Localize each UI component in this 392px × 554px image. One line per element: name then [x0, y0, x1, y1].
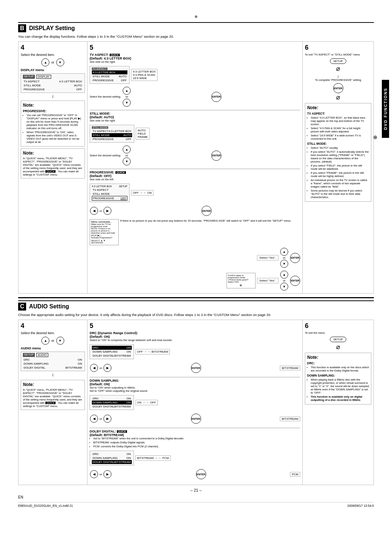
audio-col-right: 6 To exit the menu SETUP ⌀ Note: DRC: Th…: [303, 320, 373, 485]
page-number: – 21 –: [18, 488, 374, 492]
audio-setup-area: SETUP ⌀: [305, 336, 371, 351]
down-right[interactable]: ▶: [103, 415, 111, 423]
menu-h2: DISPLAY: [36, 75, 51, 79]
tv-row1: STILL MODEAUTO: [92, 74, 127, 78]
down-row2: DOLBY DIGITALBITSTREAM: [92, 405, 132, 409]
tv-opt2: 16:9 WIDE: [133, 77, 156, 80]
down-note-item2: This function is available only on digit…: [311, 395, 369, 402]
still-up[interactable]: ▲: [123, 145, 131, 153]
quick-badge-c: QUICK: [45, 402, 56, 404]
note-still-subtitle: STILL MODE:: [307, 142, 369, 145]
down-arrow[interactable]: ▼: [56, 58, 64, 66]
progressive-section: PROGRESSIVE: QUICK (Default: OFF) See no…: [90, 171, 300, 217]
drc-left[interactable]: ◀: [90, 364, 98, 372]
prog-row2: PROGRESSIVEOFF: [92, 196, 127, 201]
audio-step4-label: 4: [21, 322, 85, 330]
up-arrow[interactable]: ▲: [41, 58, 49, 66]
no-picture-text: If there is no picture or you do not pre…: [120, 219, 291, 245]
yes2-enter[interactable]: ENTER: [290, 276, 300, 286]
audio-menu: SETUP AUDIO DRCON DOWN SAMPLINGON DOLBY …: [21, 352, 85, 371]
enter-icon: ⌀: [305, 93, 371, 101]
step5-label: 5: [90, 44, 300, 52]
note-quick-c-title: Note:: [23, 382, 83, 387]
drc-menu: DRCON DOWN SAMPLINGON DOLBY DIGITALBITST…: [90, 344, 134, 359]
dolby-note2: BITSTREAM: outputs Dolby Digital signals…: [93, 441, 300, 444]
down-menu: DRCON DOWN SAMPLINGON DOLBY DIGITALBITST…: [90, 395, 134, 410]
audio-setup-icon: ⌀: [305, 343, 371, 351]
menu-row-0: TV ASPECT4:3 LETTER BOX: [23, 79, 83, 83]
display-menu-label: DISPLAY menu: [21, 68, 85, 72]
audio-setup-btn[interactable]: SETUP: [330, 337, 346, 342]
down-flow: DRCON DOWN SAMPLINGON DOLBY DIGITALBITST…: [90, 394, 300, 411]
audio-col-left: 4 Select the desired item. ▲ or ▼ AUDIO …: [19, 320, 87, 485]
down-flow-arrow: ↕: [21, 94, 85, 99]
drc-controls: ◀ or ▶ ENTER BITSTREAM: [90, 362, 300, 374]
tv-aspect-screen: TV ASPECT 4:3 LETTER BOX STILL MODEAUTO …: [90, 65, 130, 85]
drc-section: DRC (Dynamic Range Control): (Default: O…: [90, 331, 300, 374]
section-c-divider: [18, 297, 374, 298]
still-note-4: If you select "FRAME", the picture in th…: [311, 171, 369, 178]
note-quick-b-title: Note:: [23, 151, 83, 156]
tv-aspect-note: See note on the right.: [90, 60, 300, 63]
down-bitstream-opt: BITSTREAM: [280, 416, 300, 421]
down-opt-off: OFF: [150, 401, 156, 404]
section-c-letter: C: [18, 303, 26, 311]
yes2-nav: ▲ or ▼: [280, 270, 289, 291]
confirm-screen: Confirm apply to progressive mode • Pict…: [226, 273, 256, 288]
tv-menu-headers: TV ASPECT: [92, 67, 127, 70]
menu-row-2: PROGRESSIVEOFF: [23, 87, 83, 91]
down-enter[interactable]: ENTER: [191, 414, 201, 424]
drc-right[interactable]: ▶: [103, 364, 111, 372]
audio-step5-label: 5: [90, 322, 300, 330]
audio-step4: 4 Select the desired item. ▲ or ▼ AUDIO …: [21, 322, 85, 377]
down-note2: Set to "OFF" when outputting the origina…: [90, 389, 300, 393]
drc-enter[interactable]: ENTER: [191, 363, 201, 373]
yes1-up[interactable]: ▲: [280, 248, 288, 256]
audio-up[interactable]: ▲: [41, 337, 49, 345]
note-quick-c-text: In "QUICK" menu, "PLAYER MENU", "TV ASPE…: [23, 388, 83, 408]
prog-controls: ◀ or ▶ ENTER: [90, 205, 300, 217]
dolby-right[interactable]: ▶: [103, 470, 111, 478]
prog-screen: 4:3 LETTER BOX SETUP TV ASPECT STILL MOD…: [90, 182, 130, 204]
setup-btn[interactable]: SETUP: [330, 58, 346, 64]
prog-options: OFF ←→ ON: [131, 190, 154, 196]
down-left[interactable]: ◀: [90, 415, 98, 423]
prog-left[interactable]: ◀: [90, 207, 98, 215]
prog-enter[interactable]: ENTER: [201, 206, 212, 216]
still-nav: ▲ or ▼: [122, 145, 131, 166]
still-opt1: FIELD: [138, 132, 148, 135]
prog-row0: TV ASPECT: [92, 188, 127, 192]
yes1-down[interactable]: ▼: [280, 260, 288, 268]
dolby-opt-bs: BITSTREAM: [137, 456, 154, 460]
drc-row1: DOWN SAMPLINGON: [92, 350, 132, 354]
dolby-controls: ◀ or ▶ ENTER PCM: [90, 468, 300, 480]
dolby-left[interactable]: ◀: [90, 470, 98, 478]
tv-row2: PROGRESSIVEOFF: [92, 78, 127, 82]
dolby-section: DOLBY DIGITAL: QUICK (Default: BITSTREAM…: [90, 430, 300, 480]
tv-up[interactable]: ▲: [123, 87, 131, 95]
down-note1: Set to "ON" when outputting in 48kHz.: [90, 386, 300, 389]
yes2-down[interactable]: ▼: [280, 283, 288, 291]
note-down-list: When playing back a 96kHz disc with the …: [307, 378, 369, 402]
menu-row-1: STILL MODEAUTO: [23, 83, 83, 87]
still-down[interactable]: ▼: [123, 157, 131, 165]
note-quick-b: Note: In "QUICK" menu, "PLAYER MENU", "T…: [21, 148, 85, 178]
down-options: ON ←→ OFF: [135, 400, 158, 405]
audio-down[interactable]: ▼: [56, 337, 64, 345]
tv-or: or: [126, 95, 128, 98]
prog-right[interactable]: ▶: [103, 207, 111, 215]
down-row0: DRCON: [92, 397, 132, 401]
still-enter[interactable]: ENTER: [211, 151, 221, 161]
yes2-up[interactable]: ▲: [280, 271, 288, 279]
step6-text: To exit "TV ASPECT" or "STILL MODE" menu: [305, 53, 371, 56]
prog-menu: 4:3 LETTER BOX SETUP TV ASPECT STILL MOD…: [90, 184, 130, 202]
still-opt0: AUTO: [138, 129, 148, 132]
step6-enter[interactable]: ENTER: [333, 83, 343, 93]
tv-down[interactable]: ▼: [123, 99, 131, 107]
no-picture-screen: Menu connected... Make sure for TV for p…: [90, 219, 119, 245]
dolby-enter[interactable]: ENTER: [196, 469, 206, 479]
yes1-enter[interactable]: ENTER: [290, 253, 300, 263]
audio-col-mid: 5 DRC (Dynamic Range Control): (Default:…: [87, 320, 303, 485]
tv-enter[interactable]: ENTER: [211, 92, 221, 102]
drc-bitstream-opt: BITSTREAM: [280, 366, 300, 370]
